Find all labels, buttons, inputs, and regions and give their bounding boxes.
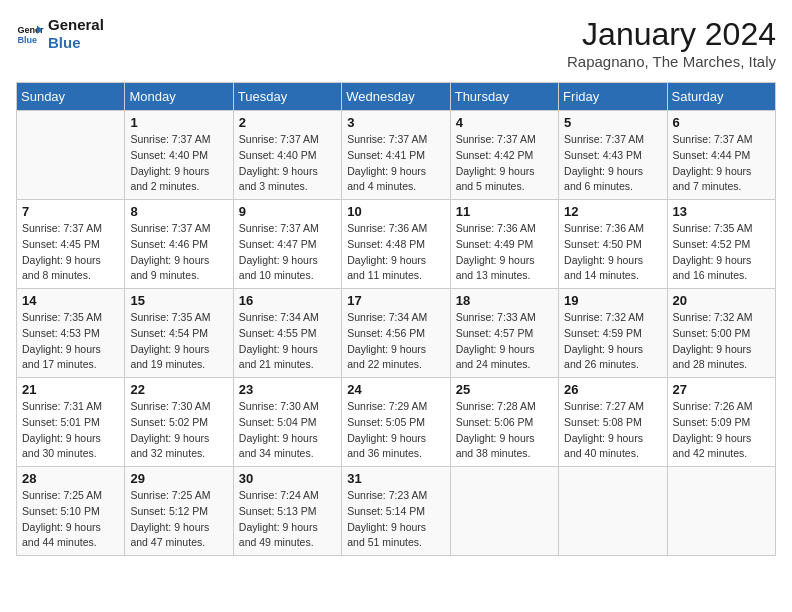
day-cell: 27Sunrise: 7:26 AMSunset: 5:09 PMDayligh… xyxy=(667,378,775,467)
column-header-tuesday: Tuesday xyxy=(233,83,341,111)
day-detail: Sunrise: 7:37 AMSunset: 4:46 PMDaylight:… xyxy=(130,221,227,284)
day-detail: Sunrise: 7:35 AMSunset: 4:52 PMDaylight:… xyxy=(673,221,770,284)
day-detail: Sunrise: 7:24 AMSunset: 5:13 PMDaylight:… xyxy=(239,488,336,551)
day-cell: 6Sunrise: 7:37 AMSunset: 4:44 PMDaylight… xyxy=(667,111,775,200)
day-number: 23 xyxy=(239,382,336,397)
day-number: 14 xyxy=(22,293,119,308)
day-detail: Sunrise: 7:26 AMSunset: 5:09 PMDaylight:… xyxy=(673,399,770,462)
day-detail: Sunrise: 7:36 AMSunset: 4:49 PMDaylight:… xyxy=(456,221,553,284)
day-cell: 31Sunrise: 7:23 AMSunset: 5:14 PMDayligh… xyxy=(342,467,450,556)
day-cell: 15Sunrise: 7:35 AMSunset: 4:54 PMDayligh… xyxy=(125,289,233,378)
day-number: 9 xyxy=(239,204,336,219)
day-cell: 24Sunrise: 7:29 AMSunset: 5:05 PMDayligh… xyxy=(342,378,450,467)
day-cell: 26Sunrise: 7:27 AMSunset: 5:08 PMDayligh… xyxy=(559,378,667,467)
day-cell xyxy=(17,111,125,200)
day-number: 22 xyxy=(130,382,227,397)
day-number: 12 xyxy=(564,204,661,219)
calendar-table: SundayMondayTuesdayWednesdayThursdayFrid… xyxy=(16,82,776,556)
day-number: 1 xyxy=(130,115,227,130)
column-header-monday: Monday xyxy=(125,83,233,111)
logo-general: General xyxy=(48,16,104,34)
day-cell xyxy=(667,467,775,556)
day-detail: Sunrise: 7:37 AMSunset: 4:40 PMDaylight:… xyxy=(130,132,227,195)
day-cell: 11Sunrise: 7:36 AMSunset: 4:49 PMDayligh… xyxy=(450,200,558,289)
day-cell: 25Sunrise: 7:28 AMSunset: 5:06 PMDayligh… xyxy=(450,378,558,467)
day-detail: Sunrise: 7:27 AMSunset: 5:08 PMDaylight:… xyxy=(564,399,661,462)
day-number: 20 xyxy=(673,293,770,308)
day-number: 25 xyxy=(456,382,553,397)
day-cell: 20Sunrise: 7:32 AMSunset: 5:00 PMDayligh… xyxy=(667,289,775,378)
day-number: 13 xyxy=(673,204,770,219)
day-cell: 16Sunrise: 7:34 AMSunset: 4:55 PMDayligh… xyxy=(233,289,341,378)
day-cell: 13Sunrise: 7:35 AMSunset: 4:52 PMDayligh… xyxy=(667,200,775,289)
day-number: 30 xyxy=(239,471,336,486)
day-cell: 8Sunrise: 7:37 AMSunset: 4:46 PMDaylight… xyxy=(125,200,233,289)
logo-blue: Blue xyxy=(48,34,104,52)
day-number: 19 xyxy=(564,293,661,308)
week-row-1: 1Sunrise: 7:37 AMSunset: 4:40 PMDaylight… xyxy=(17,111,776,200)
calendar-subtitle: Rapagnano, The Marches, Italy xyxy=(567,53,776,70)
day-cell: 21Sunrise: 7:31 AMSunset: 5:01 PMDayligh… xyxy=(17,378,125,467)
page-header: General Blue General Blue January 2024 R… xyxy=(16,16,776,70)
day-detail: Sunrise: 7:25 AMSunset: 5:12 PMDaylight:… xyxy=(130,488,227,551)
day-detail: Sunrise: 7:32 AMSunset: 5:00 PMDaylight:… xyxy=(673,310,770,373)
day-cell: 4Sunrise: 7:37 AMSunset: 4:42 PMDaylight… xyxy=(450,111,558,200)
day-detail: Sunrise: 7:37 AMSunset: 4:44 PMDaylight:… xyxy=(673,132,770,195)
day-detail: Sunrise: 7:37 AMSunset: 4:43 PMDaylight:… xyxy=(564,132,661,195)
day-detail: Sunrise: 7:37 AMSunset: 4:40 PMDaylight:… xyxy=(239,132,336,195)
header-row: SundayMondayTuesdayWednesdayThursdayFrid… xyxy=(17,83,776,111)
svg-text:Blue: Blue xyxy=(17,35,37,45)
day-number: 26 xyxy=(564,382,661,397)
logo: General Blue General Blue xyxy=(16,16,104,52)
column-header-sunday: Sunday xyxy=(17,83,125,111)
title-block: January 2024 Rapagnano, The Marches, Ita… xyxy=(567,16,776,70)
day-number: 31 xyxy=(347,471,444,486)
day-number: 29 xyxy=(130,471,227,486)
day-cell: 17Sunrise: 7:34 AMSunset: 4:56 PMDayligh… xyxy=(342,289,450,378)
day-detail: Sunrise: 7:32 AMSunset: 4:59 PMDaylight:… xyxy=(564,310,661,373)
day-detail: Sunrise: 7:29 AMSunset: 5:05 PMDaylight:… xyxy=(347,399,444,462)
day-detail: Sunrise: 7:30 AMSunset: 5:02 PMDaylight:… xyxy=(130,399,227,462)
day-number: 7 xyxy=(22,204,119,219)
week-row-3: 14Sunrise: 7:35 AMSunset: 4:53 PMDayligh… xyxy=(17,289,776,378)
day-number: 15 xyxy=(130,293,227,308)
column-header-wednesday: Wednesday xyxy=(342,83,450,111)
day-cell xyxy=(450,467,558,556)
column-header-thursday: Thursday xyxy=(450,83,558,111)
column-header-friday: Friday xyxy=(559,83,667,111)
day-detail: Sunrise: 7:36 AMSunset: 4:48 PMDaylight:… xyxy=(347,221,444,284)
day-cell: 22Sunrise: 7:30 AMSunset: 5:02 PMDayligh… xyxy=(125,378,233,467)
day-number: 27 xyxy=(673,382,770,397)
week-row-2: 7Sunrise: 7:37 AMSunset: 4:45 PMDaylight… xyxy=(17,200,776,289)
day-cell: 2Sunrise: 7:37 AMSunset: 4:40 PMDaylight… xyxy=(233,111,341,200)
day-cell: 7Sunrise: 7:37 AMSunset: 4:45 PMDaylight… xyxy=(17,200,125,289)
day-detail: Sunrise: 7:31 AMSunset: 5:01 PMDaylight:… xyxy=(22,399,119,462)
day-detail: Sunrise: 7:35 AMSunset: 4:54 PMDaylight:… xyxy=(130,310,227,373)
day-number: 10 xyxy=(347,204,444,219)
calendar-title: January 2024 xyxy=(567,16,776,53)
day-detail: Sunrise: 7:25 AMSunset: 5:10 PMDaylight:… xyxy=(22,488,119,551)
week-row-4: 21Sunrise: 7:31 AMSunset: 5:01 PMDayligh… xyxy=(17,378,776,467)
day-cell: 18Sunrise: 7:33 AMSunset: 4:57 PMDayligh… xyxy=(450,289,558,378)
day-detail: Sunrise: 7:28 AMSunset: 5:06 PMDaylight:… xyxy=(456,399,553,462)
day-number: 3 xyxy=(347,115,444,130)
day-number: 6 xyxy=(673,115,770,130)
day-cell: 12Sunrise: 7:36 AMSunset: 4:50 PMDayligh… xyxy=(559,200,667,289)
day-number: 24 xyxy=(347,382,444,397)
day-number: 8 xyxy=(130,204,227,219)
day-cell: 1Sunrise: 7:37 AMSunset: 4:40 PMDaylight… xyxy=(125,111,233,200)
day-detail: Sunrise: 7:37 AMSunset: 4:47 PMDaylight:… xyxy=(239,221,336,284)
day-detail: Sunrise: 7:35 AMSunset: 4:53 PMDaylight:… xyxy=(22,310,119,373)
day-cell: 5Sunrise: 7:37 AMSunset: 4:43 PMDaylight… xyxy=(559,111,667,200)
column-header-saturday: Saturday xyxy=(667,83,775,111)
day-detail: Sunrise: 7:34 AMSunset: 4:55 PMDaylight:… xyxy=(239,310,336,373)
logo-icon: General Blue xyxy=(16,20,44,48)
day-detail: Sunrise: 7:30 AMSunset: 5:04 PMDaylight:… xyxy=(239,399,336,462)
day-number: 18 xyxy=(456,293,553,308)
day-number: 5 xyxy=(564,115,661,130)
day-detail: Sunrise: 7:37 AMSunset: 4:41 PMDaylight:… xyxy=(347,132,444,195)
day-number: 4 xyxy=(456,115,553,130)
day-cell: 9Sunrise: 7:37 AMSunset: 4:47 PMDaylight… xyxy=(233,200,341,289)
day-number: 11 xyxy=(456,204,553,219)
day-detail: Sunrise: 7:34 AMSunset: 4:56 PMDaylight:… xyxy=(347,310,444,373)
